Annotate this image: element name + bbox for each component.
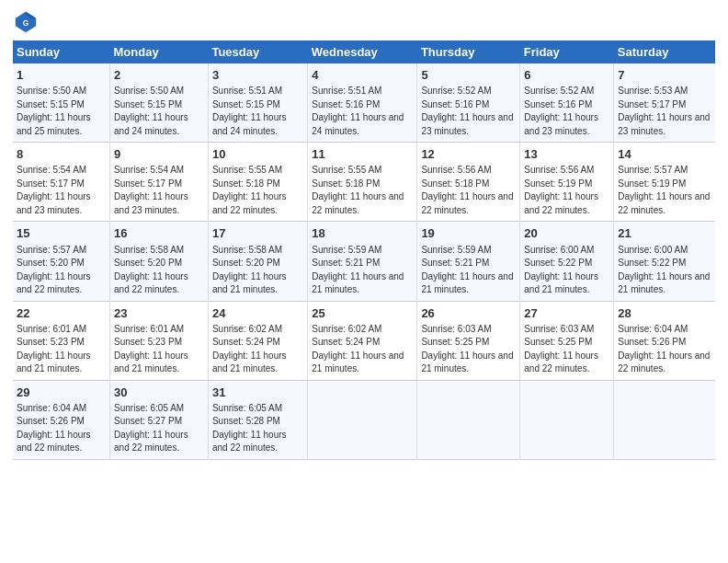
day-number: 27 xyxy=(524,305,609,322)
calendar-cell: 11Sunrise: 5:55 AMSunset: 5:18 PMDayligh… xyxy=(308,143,417,222)
cell-content: Sunrise: 5:51 AMSunset: 5:15 PMDaylight:… xyxy=(212,85,303,138)
week-row-1: 1Sunrise: 5:50 AMSunset: 5:15 PMDaylight… xyxy=(13,63,715,143)
day-number: 8 xyxy=(17,146,106,163)
logo: G xyxy=(13,9,42,35)
week-row-5: 29Sunrise: 6:04 AMSunset: 5:26 PMDayligh… xyxy=(13,380,715,459)
day-number: 5 xyxy=(421,67,516,84)
day-number: 6 xyxy=(524,67,609,84)
day-number: 17 xyxy=(212,225,303,242)
day-number: 29 xyxy=(17,385,106,401)
cell-content: Sunrise: 5:57 AMSunset: 5:20 PMDaylight:… xyxy=(17,244,106,297)
day-number: 14 xyxy=(618,146,711,163)
calendar-cell: 24Sunrise: 6:02 AMSunset: 5:24 PMDayligh… xyxy=(208,301,307,380)
calendar-cell xyxy=(417,380,520,459)
week-row-2: 8Sunrise: 5:54 AMSunset: 5:17 PMDaylight… xyxy=(13,143,715,222)
cell-content: Sunrise: 6:02 AMSunset: 5:24 PMDaylight:… xyxy=(312,323,413,376)
day-number: 7 xyxy=(618,67,711,84)
calendar-cell xyxy=(614,380,715,459)
calendar-cell: 21Sunrise: 6:00 AMSunset: 5:22 PMDayligh… xyxy=(614,222,715,301)
cell-content: Sunrise: 5:56 AMSunset: 5:18 PMDaylight:… xyxy=(421,164,516,217)
day-number: 26 xyxy=(421,305,516,322)
day-number: 30 xyxy=(114,385,204,401)
cell-content: Sunrise: 6:01 AMSunset: 5:23 PMDaylight:… xyxy=(114,323,204,376)
cell-content: Sunrise: 5:50 AMSunset: 5:15 PMDaylight:… xyxy=(17,85,106,138)
day-number: 13 xyxy=(524,146,609,163)
day-number: 16 xyxy=(114,225,204,242)
cell-content: Sunrise: 5:53 AMSunset: 5:17 PMDaylight:… xyxy=(618,85,711,138)
column-header-tuesday: Tuesday xyxy=(208,40,307,63)
day-number: 1 xyxy=(17,67,106,84)
cell-content: Sunrise: 6:05 AMSunset: 5:28 PMDaylight:… xyxy=(212,402,303,455)
day-number: 9 xyxy=(114,146,204,163)
column-header-saturday: Saturday xyxy=(614,40,715,63)
cell-content: Sunrise: 6:01 AMSunset: 5:23 PMDaylight:… xyxy=(17,323,106,376)
column-header-monday: Monday xyxy=(110,40,209,63)
cell-content: Sunrise: 5:59 AMSunset: 5:21 PMDaylight:… xyxy=(421,244,516,297)
calendar-cell: 23Sunrise: 6:01 AMSunset: 5:23 PMDayligh… xyxy=(110,301,209,380)
cell-content: Sunrise: 6:02 AMSunset: 5:24 PMDaylight:… xyxy=(212,323,303,376)
cell-content: Sunrise: 5:55 AMSunset: 5:18 PMDaylight:… xyxy=(212,164,303,217)
cell-content: Sunrise: 5:54 AMSunset: 5:17 PMDaylight:… xyxy=(114,164,204,217)
calendar-cell: 30Sunrise: 6:05 AMSunset: 5:27 PMDayligh… xyxy=(110,380,209,459)
calendar-cell: 3Sunrise: 5:51 AMSunset: 5:15 PMDaylight… xyxy=(208,63,307,143)
day-number: 31 xyxy=(212,385,303,401)
calendar-cell: 7Sunrise: 5:53 AMSunset: 5:17 PMDaylight… xyxy=(614,63,715,143)
cell-content: Sunrise: 6:04 AMSunset: 5:26 PMDaylight:… xyxy=(17,402,106,455)
day-number: 23 xyxy=(114,305,204,322)
column-header-friday: Friday xyxy=(520,40,614,63)
calendar-cell: 26Sunrise: 6:03 AMSunset: 5:25 PMDayligh… xyxy=(417,301,520,380)
calendar-cell: 6Sunrise: 5:52 AMSunset: 5:16 PMDaylight… xyxy=(520,63,614,143)
calendar-cell: 16Sunrise: 5:58 AMSunset: 5:20 PMDayligh… xyxy=(110,222,209,301)
day-number: 4 xyxy=(312,67,413,84)
calendar-cell: 31Sunrise: 6:05 AMSunset: 5:28 PMDayligh… xyxy=(208,380,307,459)
cell-content: Sunrise: 5:55 AMSunset: 5:18 PMDaylight:… xyxy=(312,164,413,217)
calendar-cell: 8Sunrise: 5:54 AMSunset: 5:17 PMDaylight… xyxy=(13,143,110,222)
header: G xyxy=(13,9,715,35)
calendar-cell: 13Sunrise: 5:56 AMSunset: 5:19 PMDayligh… xyxy=(520,143,614,222)
calendar-cell: 5Sunrise: 5:52 AMSunset: 5:16 PMDaylight… xyxy=(417,63,520,143)
calendar-cell: 29Sunrise: 6:04 AMSunset: 5:26 PMDayligh… xyxy=(13,380,110,459)
day-number: 24 xyxy=(212,305,303,322)
day-number: 12 xyxy=(421,146,516,163)
page-container: G SundayMondayTuesdayWednesdayThursdayFr… xyxy=(0,0,728,469)
calendar-cell: 4Sunrise: 5:51 AMSunset: 5:16 PMDaylight… xyxy=(308,63,417,143)
header-row: SundayMondayTuesdayWednesdayThursdayFrid… xyxy=(13,40,715,63)
calendar-cell: 27Sunrise: 6:03 AMSunset: 5:25 PMDayligh… xyxy=(520,301,614,380)
cell-content: Sunrise: 5:50 AMSunset: 5:15 PMDaylight:… xyxy=(114,85,204,138)
calendar-cell: 12Sunrise: 5:56 AMSunset: 5:18 PMDayligh… xyxy=(417,143,520,222)
column-header-sunday: Sunday xyxy=(13,40,110,63)
calendar-cell: 28Sunrise: 6:04 AMSunset: 5:26 PMDayligh… xyxy=(614,301,715,380)
cell-content: Sunrise: 5:59 AMSunset: 5:21 PMDaylight:… xyxy=(312,244,413,297)
calendar-cell: 9Sunrise: 5:54 AMSunset: 5:17 PMDaylight… xyxy=(110,143,209,222)
calendar-cell xyxy=(520,380,614,459)
cell-content: Sunrise: 6:03 AMSunset: 5:25 PMDaylight:… xyxy=(421,323,516,376)
calendar-cell: 18Sunrise: 5:59 AMSunset: 5:21 PMDayligh… xyxy=(308,222,417,301)
day-number: 3 xyxy=(212,67,303,84)
calendar-cell: 25Sunrise: 6:02 AMSunset: 5:24 PMDayligh… xyxy=(308,301,417,380)
calendar-cell: 2Sunrise: 5:50 AMSunset: 5:15 PMDaylight… xyxy=(110,63,209,143)
day-number: 20 xyxy=(524,225,609,242)
cell-content: Sunrise: 6:00 AMSunset: 5:22 PMDaylight:… xyxy=(524,244,609,297)
cell-content: Sunrise: 5:52 AMSunset: 5:16 PMDaylight:… xyxy=(421,85,516,138)
cell-content: Sunrise: 5:57 AMSunset: 5:19 PMDaylight:… xyxy=(618,164,711,217)
cell-content: Sunrise: 6:04 AMSunset: 5:26 PMDaylight:… xyxy=(618,323,711,376)
calendar-cell: 20Sunrise: 6:00 AMSunset: 5:22 PMDayligh… xyxy=(520,222,614,301)
svg-text:G: G xyxy=(23,18,29,28)
calendar-cell: 15Sunrise: 5:57 AMSunset: 5:20 PMDayligh… xyxy=(13,222,110,301)
day-number: 18 xyxy=(312,225,413,242)
calendar-cell: 22Sunrise: 6:01 AMSunset: 5:23 PMDayligh… xyxy=(13,301,110,380)
logo-icon: G xyxy=(13,9,39,35)
cell-content: Sunrise: 5:51 AMSunset: 5:16 PMDaylight:… xyxy=(312,85,413,138)
column-header-wednesday: Wednesday xyxy=(308,40,417,63)
day-number: 28 xyxy=(618,305,711,322)
calendar-cell: 19Sunrise: 5:59 AMSunset: 5:21 PMDayligh… xyxy=(417,222,520,301)
cell-content: Sunrise: 5:58 AMSunset: 5:20 PMDaylight:… xyxy=(212,244,303,297)
cell-content: Sunrise: 5:56 AMSunset: 5:19 PMDaylight:… xyxy=(524,164,609,217)
cell-content: Sunrise: 5:58 AMSunset: 5:20 PMDaylight:… xyxy=(114,244,204,297)
cell-content: Sunrise: 6:05 AMSunset: 5:27 PMDaylight:… xyxy=(114,402,204,455)
day-number: 19 xyxy=(421,225,516,242)
cell-content: Sunrise: 6:03 AMSunset: 5:25 PMDaylight:… xyxy=(524,323,609,376)
week-row-4: 22Sunrise: 6:01 AMSunset: 5:23 PMDayligh… xyxy=(13,301,715,380)
day-number: 22 xyxy=(17,305,106,322)
week-row-3: 15Sunrise: 5:57 AMSunset: 5:20 PMDayligh… xyxy=(13,222,715,301)
